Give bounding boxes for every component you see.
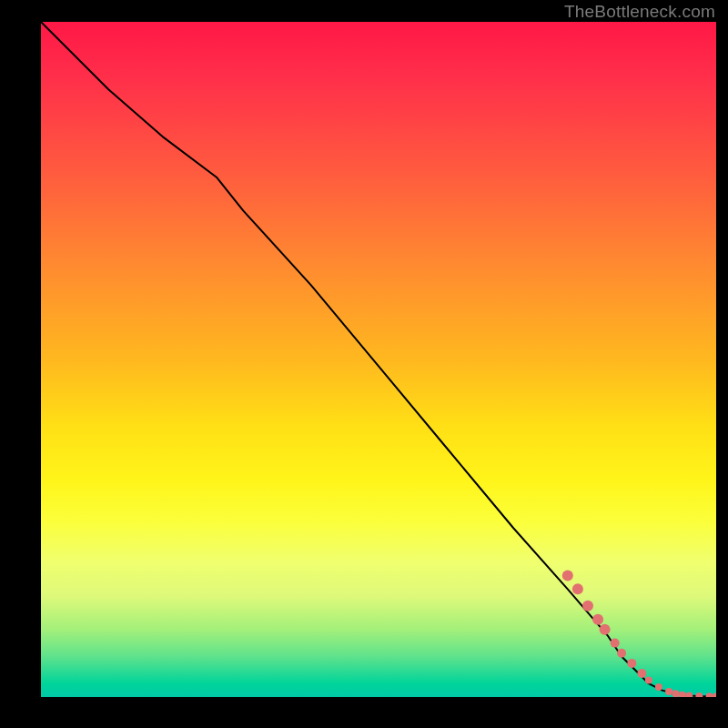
plot-area (41, 22, 716, 697)
data-markers (562, 570, 716, 697)
data-marker (562, 570, 573, 581)
data-marker (592, 614, 603, 625)
data-marker (695, 693, 703, 697)
chart-overlay (41, 22, 716, 697)
chart-frame: TheBottleneck.com (0, 0, 728, 728)
data-marker (582, 601, 593, 612)
data-marker (679, 692, 686, 697)
data-marker (617, 649, 626, 658)
data-marker (665, 688, 672, 695)
data-marker (645, 677, 652, 684)
data-marker (655, 683, 662, 691)
data-marker (611, 639, 620, 648)
data-marker (713, 693, 716, 697)
data-marker (637, 669, 646, 678)
data-marker (627, 659, 636, 668)
data-marker (572, 583, 583, 594)
data-marker (706, 693, 713, 697)
data-marker (672, 690, 680, 697)
data-marker (600, 624, 611, 635)
curve-line (41, 22, 716, 696)
watermark-label: TheBottleneck.com (564, 2, 715, 22)
data-marker (685, 693, 693, 698)
